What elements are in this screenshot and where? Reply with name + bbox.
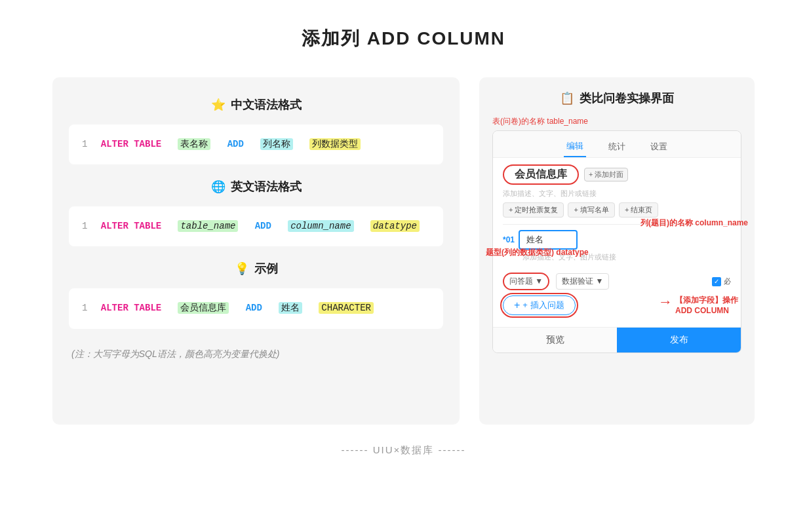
page-footer: ------ UIU×数据库 ------ (52, 444, 755, 457)
question-type-select[interactable]: 问答题 ▼ (503, 273, 549, 290)
right-panel-title: 📋 类比问卷实操界面 (492, 90, 741, 106)
preview-btn[interactable]: 预览 (493, 328, 617, 352)
column-name-annotation: 列(题目)的名称 column_name (640, 218, 748, 229)
add-cover-btn[interactable]: + 添加封面 (584, 168, 628, 181)
english-syntax-title: 英文语法格式 (231, 179, 302, 195)
required-field: ✓ 必 (712, 276, 731, 286)
hint-1: 添加描述、文字、图片或链接 (503, 189, 731, 199)
required-checkbox[interactable]: ✓ (712, 277, 721, 286)
action-btn-3[interactable]: + 结束页 (619, 202, 658, 218)
table-name-row: 会员信息库 + 添加封面 (503, 164, 731, 185)
mockup-body: 会员信息库 + 添加封面 添加描述、文字、图片或链接 + 定时抢票复复 + 填写… (493, 158, 741, 218)
right-panel-heading: 类比问卷实操界面 (580, 90, 674, 106)
mockup-footer: 预览 发布 (493, 327, 741, 352)
ex-kw2: ADD (246, 303, 262, 313)
action-row: + 定时抢票复复 + 填写名单 + 结束页 (503, 202, 731, 218)
cn-var1: 表名称 (178, 138, 210, 150)
example-header: 💡 示例 (69, 261, 443, 276)
cn-var3: 列数据类型 (309, 138, 361, 150)
add-column-line2: ADD COLUMN (675, 306, 738, 315)
table-name-display: 会员信息库 (503, 164, 579, 185)
datatype-row: 问答题 ▼ 数据验证 ▼ ✓ 必 (503, 273, 731, 290)
cn-var2: 列名称 (260, 138, 293, 150)
line-num-2: 1 (82, 221, 87, 231)
action-btn-1[interactable]: + 定时抢票复复 (503, 202, 564, 218)
add-column-line1: 【添加字段】操作 (675, 295, 738, 306)
chinese-code-block: 1 ALTER TABLE 表名称 ADD 列名称 列数据类型 (69, 124, 443, 164)
chinese-syntax-header: ⭐ 中文语法格式 (69, 97, 443, 113)
ex-var1: 会员信息库 (178, 302, 229, 314)
example-title: 示例 (254, 261, 278, 276)
example-code-block: 1 ALTER TABLE 会员信息库 ADD 姓名 CHARACTER (69, 288, 443, 328)
line-num-1: 1 (82, 139, 87, 149)
ex-var3: CHARACTER (319, 302, 374, 314)
publish-btn[interactable]: 发布 (617, 328, 741, 352)
action-btn-2[interactable]: + 填写名单 (568, 202, 614, 218)
en-kw2: ADD (255, 221, 271, 231)
en-var1: table_name (178, 220, 238, 232)
field-num: *01 (503, 235, 515, 244)
datatype-section: 问答题 ▼ 数据验证 ▼ ✓ 必 (493, 273, 741, 295)
en-var3: datatype (370, 220, 420, 232)
star-icon: ⭐ (211, 98, 226, 112)
required-label: 必 (724, 276, 731, 286)
tab-edit[interactable]: 编辑 (564, 136, 586, 157)
insert-btn-label: + 插入问题 (522, 299, 564, 311)
ex-var2: 姓名 (279, 302, 302, 314)
english-syntax-header: 🌐 英文语法格式 (69, 179, 443, 195)
arrow-right-icon: → (658, 295, 673, 309)
bulb-icon: 💡 (235, 261, 249, 276)
page-title: 添加列 ADD COLUMN (52, 26, 755, 51)
chinese-syntax-title: 中文语法格式 (231, 97, 302, 113)
add-column-text: 【添加字段】操作 ADD COLUMN (675, 295, 738, 315)
datatype-annotation: 题型(列的数据类型) datatype (486, 247, 589, 258)
add-column-annotation-container: → 【添加字段】操作 ADD COLUMN (658, 295, 738, 315)
data-validation-select[interactable]: 数据验证 ▼ (556, 273, 609, 290)
globe-icon: 🌐 (211, 180, 226, 194)
tab-stats[interactable]: 统计 (606, 137, 628, 157)
syntax-note: (注：大写字母为SQL语法，颜色高亮为变量代换处) (69, 343, 443, 360)
right-panel-inner: 表(问卷)的名称 table_name 编辑 统计 设置 会员信息库 + 添加封… (492, 116, 741, 353)
page-container: 添加列 ADD COLUMN ⭐ 中文语法格式 1 ALTER TABLE 表名… (0, 0, 807, 476)
cn-kw2: ADD (227, 139, 244, 149)
right-panel: 📋 类比问卷实操界面 表(问卷)的名称 table_name 编辑 统计 设置 (479, 77, 755, 425)
cn-kw1: ALTER TABLE (101, 139, 161, 149)
ex-kw1: ALTER TABLE (101, 303, 161, 313)
en-var2: column_name (288, 220, 353, 232)
main-content: ⭐ 中文语法格式 1 ALTER TABLE 表名称 ADD 列名称 列数据类型… (52, 77, 755, 425)
left-panel: ⭐ 中文语法格式 1 ALTER TABLE 表名称 ADD 列名称 列数据类型… (52, 77, 460, 425)
table-name-annotation: 表(问卷)的名称 table_name (492, 116, 741, 127)
mockup-tabs: 编辑 统计 设置 (493, 131, 741, 158)
mockup-container: 编辑 统计 设置 会员信息库 + 添加封面 添加描述、文字、图片或链接 (492, 130, 741, 353)
clipboard-icon: 📋 (560, 91, 574, 105)
insert-question-btn[interactable]: + + 插入问题 (503, 295, 576, 315)
line-num-3: 1 (82, 303, 87, 313)
english-code-block: 1 ALTER TABLE table_name ADD column_name… (69, 206, 443, 246)
tab-settings[interactable]: 设置 (648, 137, 670, 157)
en-kw1: ALTER TABLE (101, 221, 161, 231)
